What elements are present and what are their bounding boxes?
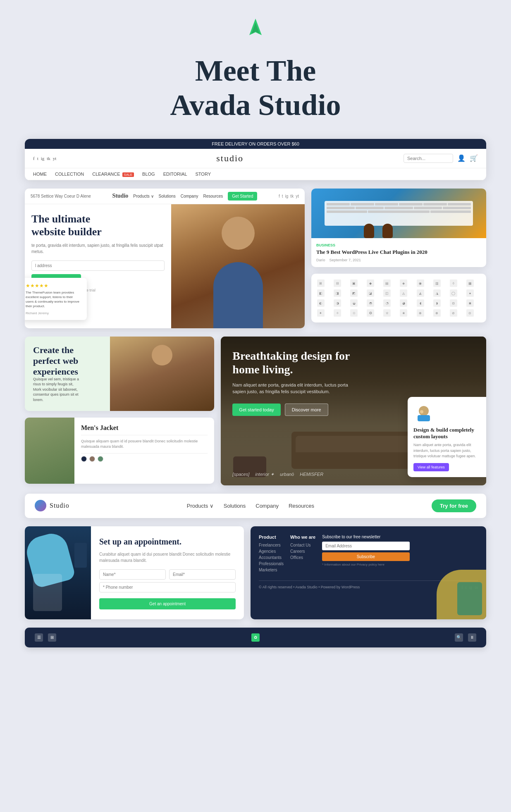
navbar-resources-link[interactable]: Resources [289, 503, 314, 509]
navbar-try-button[interactable]: Try for free [432, 499, 476, 512]
interior-discover-button[interactable]: Discover more [285, 404, 328, 416]
builder-facebook-icon[interactable]: f [279, 194, 280, 198]
footer-offices[interactable]: Offices [290, 555, 315, 560]
icon-23: ◒ [350, 299, 358, 307]
svg-rect-3 [418, 415, 430, 421]
icon-7: ◉ [417, 279, 424, 287]
footer-professionals[interactable]: Professionals [259, 561, 284, 566]
icon-19: ◯ [450, 289, 457, 297]
jacket-divider-2 [81, 453, 208, 454]
appointment-first-input[interactable] [99, 569, 166, 580]
builder-instagram-icon[interactable]: ig [285, 194, 289, 198]
footer-careers[interactable]: Careers [290, 549, 315, 554]
color-swatch-dark[interactable] [81, 456, 87, 462]
interior-mockup: Breathtaking design for home living. Nam… [221, 337, 486, 485]
icon-13: ◩ [350, 289, 358, 297]
blog-date: September 7, 2021 [329, 258, 361, 262]
ecom-search-input[interactable] [404, 154, 453, 163]
bottombar-left-icons: ☰ ⊞ [35, 633, 56, 642]
footer-newsletter-title: Subscribe to our free newsletter [322, 535, 409, 539]
bottom-row: Create the perfect web experiences Quisq… [25, 337, 486, 485]
footer-col2-title: Who we are [290, 535, 315, 540]
icon-11: ◧ [317, 289, 325, 297]
appointment-phone-input[interactable] [99, 582, 236, 592]
icon-4: ◆ [367, 279, 374, 287]
navbar-solutions-link[interactable]: Solutions [224, 503, 246, 509]
user-icon[interactable]: 👤 [457, 154, 466, 162]
builder-nav-products[interactable]: Products ∨ [133, 194, 153, 198]
equipment-arm [74, 543, 87, 568]
builder-social: f t ig tk yt [279, 194, 299, 198]
icon-12: ◨ [334, 289, 341, 297]
interior-start-button[interactable]: Get started today [232, 404, 280, 416]
interior-brands: [spaces] interior ✦ urbanö HEMISFER [232, 472, 323, 477]
appointment-last-input[interactable] [169, 569, 236, 580]
footer-subscribe-button[interactable]: Subscribe [322, 552, 409, 561]
nav-clearance[interactable]: CLEARANCE SALE [92, 172, 134, 177]
footer-accountants[interactable]: Accountants [259, 555, 284, 560]
navbar-company-link[interactable]: Company [256, 503, 279, 509]
appointment-submit-button[interactable]: Get an appointment [99, 598, 236, 609]
nav-editorial[interactable]: EDITORIAL [163, 172, 187, 177]
jacket-mockup: Men's Jacket Quisque aliquam quam id id … [25, 418, 214, 484]
cart-icon[interactable]: 🛒 [470, 154, 478, 162]
nav-story[interactable]: STORY [196, 172, 211, 177]
footer-contact[interactable]: Contact Us [290, 543, 315, 547]
bottombar-search-icon[interactable]: 🔍 [455, 633, 463, 642]
blog-author: Dario [316, 258, 325, 262]
footer-newsletter: Subscribe to our free newsletter Subscri… [322, 535, 409, 574]
builder-body: The ultimate website builder te porta, g… [25, 204, 305, 328]
bottombar-center-icons: ✿ [251, 633, 260, 642]
interior-desc: Nam aliquet ante porta, gravida elit int… [232, 382, 348, 395]
footer-agencies[interactable]: Agencies [259, 549, 284, 554]
footer-mockup: Product Freelancers Agencies Accountants… [251, 526, 486, 619]
bottombar-grid-icon[interactable]: ⊞ [48, 633, 56, 642]
bottom-cards-row: Set up an appointment. Curabitur aliquet… [25, 526, 486, 619]
blog-content: Business The 9 Best WordPress Live Chat … [311, 238, 486, 267]
custom-layout-card: Design & build completely custom layouts… [408, 397, 486, 477]
footer-marketers[interactable]: Marketers [259, 568, 284, 572]
footer-freelancers[interactable]: Freelancers [259, 543, 284, 547]
bottombar-menu-icon[interactable]: ☰ [35, 633, 43, 642]
jacket-title: Men's Jacket [81, 424, 208, 432]
mid-row: 5678 Settice Way Coeur D Alene Studio Pr… [25, 189, 486, 328]
color-swatch-tan[interactable] [89, 456, 95, 462]
icon-15: ◫ [383, 289, 391, 297]
instagram-icon[interactable]: ig [41, 156, 45, 161]
svg-point-4 [420, 410, 423, 413]
nav-collection[interactable]: COLLECTION [55, 172, 84, 177]
icon-8: ▥ [433, 279, 441, 287]
color-swatch-green[interactable] [98, 456, 103, 462]
nav-home[interactable]: HOME [33, 172, 47, 177]
twitter-icon[interactable]: t [37, 156, 38, 161]
navbar-products-link[interactable]: Products ∨ [187, 503, 214, 509]
builder-cta-button[interactable]: Get Started [228, 192, 257, 201]
builder-youtube-icon[interactable]: yt [296, 194, 299, 198]
builder-tiktok-icon[interactable]: tk [290, 194, 294, 198]
footer-email-input[interactable] [322, 542, 409, 550]
webexp-man-visual [110, 337, 214, 411]
webexp-mockup: Create the perfect web experiences Quisq… [25, 337, 214, 411]
nav-blog[interactable]: BLOG [142, 172, 155, 177]
footer-col-2: Who we are Contact Us Careers Offices [290, 535, 315, 574]
youtube-icon[interactable]: yt [53, 156, 57, 161]
interior-title: Breathtaking design for home living. [232, 349, 356, 377]
icon-34: ✪ [367, 309, 374, 317]
builder-nav-company[interactable]: Company [181, 194, 198, 198]
icon-17: ◭ [417, 289, 424, 297]
builder-desc: te porta, gravida elit interdum, sapien … [31, 242, 165, 255]
builder-nav-solutions[interactable]: Solutions [159, 194, 176, 198]
builder-email-input[interactable] [31, 260, 165, 271]
icon-38: ⊗ [433, 309, 441, 317]
navbar-logo-area: Studio [35, 500, 69, 511]
tiktok-icon[interactable]: tk [47, 156, 50, 161]
bottombar-pause-icon[interactable]: ⏸ [468, 633, 476, 642]
facebook-icon[interactable]: f [33, 156, 35, 161]
custom-layout-button[interactable]: View all features [413, 463, 449, 471]
bottombar-flower-icon[interactable]: ✿ [251, 633, 260, 642]
builder-twitter-icon[interactable]: t [282, 194, 283, 198]
appointment-desc: Curabitur aliquet quam id dui posuere bl… [99, 551, 236, 564]
appointment-content: Set up an appointment. Curabitur aliquet… [91, 526, 244, 619]
jacket-bg-color [25, 418, 74, 484]
builder-nav-resources[interactable]: Resources [203, 194, 223, 198]
